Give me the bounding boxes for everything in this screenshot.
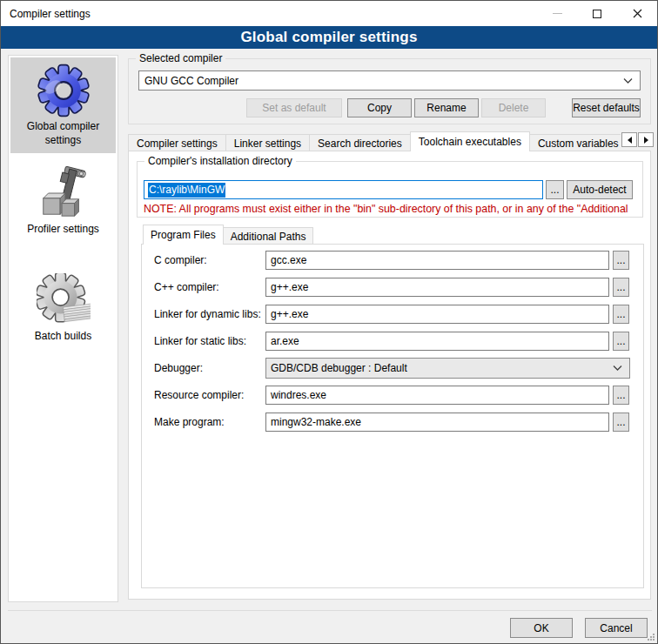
tab-linker-settings[interactable]: Linker settings [225,134,310,151]
tab-program-files[interactable]: Program Files [143,225,224,245]
caliper-icon [37,166,91,220]
install-dir-input[interactable]: C:\raylib\MinGW [144,180,543,199]
maximize-button[interactable] [577,1,617,26]
tab-scroll-right-button[interactable] [638,132,654,147]
settings-category-list: Global compiler settings [8,55,118,602]
cpp-compiler-browse-button[interactable]: ... [613,278,629,297]
tab-scroll-arrows [621,132,654,147]
install-dir-note: NOTE: All programs must exist either in … [144,203,639,215]
field-row-make-program: Make program: mingw32-make.exe ... [142,413,643,432]
install-dir-browse-button[interactable]: ... [546,180,564,199]
tab-additional-paths[interactable]: Additional Paths [223,227,314,245]
auto-detect-button[interactable]: Auto-detect [567,180,633,199]
title-bar: Compiler settings [1,1,657,26]
field-label: Linker for static libs: [154,335,265,347]
c-compiler-input[interactable]: gcc.exe [265,251,609,270]
field-row-resource-compiler: Resource compiler: windres.exe ... [142,386,643,405]
toolchain-executables-page: Compiler's installation directory C:\ray… [128,151,651,600]
dynamic-linker-input[interactable]: g++.exe [265,305,609,324]
delete-button: Delete [481,98,546,117]
maximize-icon [593,10,601,18]
minimize-icon [553,13,562,14]
compiler-select-value: GNU GCC Compiler [144,75,238,87]
sidebar-item-label: Global compiler settings [12,120,114,147]
field-label: Resource compiler: [154,389,265,401]
field-row-static-linker: Linker for static libs: ar.exe ... [142,332,643,351]
selected-compiler-group-label: Selected compiler [136,52,225,64]
field-row-cpp-compiler: C++ compiler: g++.exe ... [142,278,643,297]
dynamic-linker-browse-button[interactable]: ... [613,305,629,324]
sidebar-item-global-compiler-settings[interactable]: Global compiler settings [10,57,116,153]
cancel-button[interactable]: Cancel [585,618,648,638]
sidebar-item-profiler-settings[interactable]: Profiler settings [10,160,116,243]
chevron-down-icon [613,366,622,371]
window-title: Compiler settings [1,8,91,20]
field-label: Linker for dynamic libs: [154,308,265,320]
debugger-select[interactable]: GDB/CDB debugger : Default [265,358,630,379]
compiler-select[interactable]: GNU GCC Compiler [138,70,641,91]
installation-directory-group-label: Compiler's installation directory [144,155,296,167]
gray-gear-stack-icon [37,273,91,327]
minimize-button[interactable] [537,1,577,26]
reset-defaults-button[interactable]: Reset defaults [572,98,641,117]
tab-scroll-left-button[interactable] [621,132,637,147]
install-dir-selected-text: C:\raylib\MinGW [148,183,225,198]
resize-grip[interactable] [647,633,655,641]
blue-gear-icon [37,64,91,117]
page-title: Global compiler settings [1,26,657,49]
static-linker-browse-button[interactable]: ... [613,332,629,351]
compiler-settings-dialog: Compiler settings Global compiler settin… [0,0,658,644]
rename-button[interactable]: Rename [414,98,479,117]
field-label: Make program: [154,416,265,428]
tab-custom-variables[interactable]: Custom variables [529,134,621,151]
field-label: C++ compiler: [154,281,265,293]
program-files-tab-bar: Program Files Additional Paths [143,225,313,245]
field-row-c-compiler: C compiler: gcc.exe ... [142,251,643,270]
resource-compiler-input[interactable]: windres.exe [265,386,609,405]
compiler-buttons-row: Set as default Copy Rename Delete Reset … [246,98,641,117]
make-program-input[interactable]: mingw32-make.exe [265,413,609,432]
installation-directory-group: Compiler's installation directory C:\ray… [137,161,643,218]
arrow-right-icon [644,137,648,144]
sidebar-item-label: Batch builds [12,330,114,344]
close-button[interactable] [617,1,657,26]
copy-button[interactable]: Copy [347,98,412,117]
ok-button[interactable]: OK [510,618,573,638]
program-files-panel: C compiler: gcc.exe ... C++ compiler: g+… [141,244,644,588]
static-linker-input[interactable]: ar.exe [265,332,609,351]
tab-toolchain-executables[interactable]: Toolchain executables [410,131,530,151]
window-controls [537,1,657,26]
close-icon [633,9,642,18]
settings-tab-bar: Compiler settings Linker settings Search… [128,131,621,151]
field-label: Debugger: [154,362,265,374]
field-row-dynamic-linker: Linker for dynamic libs: g++.exe ... [142,305,643,324]
make-program-browse-button[interactable]: ... [613,413,629,432]
c-compiler-browse-button[interactable]: ... [613,251,629,270]
cpp-compiler-input[interactable]: g++.exe [265,278,609,297]
arrow-left-icon [628,137,632,144]
sidebar-item-label: Profiler settings [12,223,114,237]
tab-search-directories[interactable]: Search directories [309,134,411,151]
selected-compiler-group: Selected compiler GNU GCC Compiler Set a… [128,58,651,124]
debugger-select-value: GDB/CDB debugger : Default [271,362,407,374]
footer-divider [8,610,652,611]
set-as-default-button: Set as default [246,98,342,117]
chevron-down-icon [623,78,633,84]
tab-compiler-settings[interactable]: Compiler settings [128,134,226,151]
field-label: C compiler: [154,254,265,266]
sidebar-item-batch-builds[interactable]: Batch builds [10,267,116,350]
field-row-debugger: Debugger: GDB/CDB debugger : Default [142,359,643,378]
resource-compiler-browse-button[interactable]: ... [613,386,629,405]
